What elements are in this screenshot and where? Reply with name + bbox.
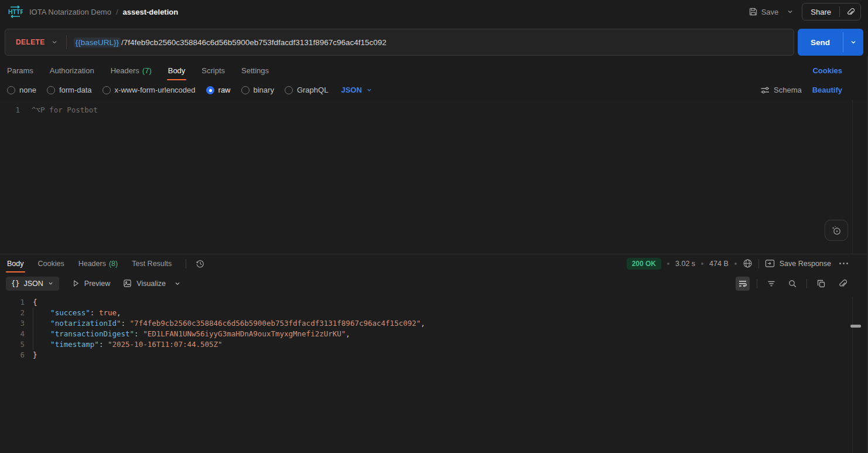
url-variable[interactable]: {{baseURL}} xyxy=(74,38,121,47)
response-format-selector[interactable]: {} JSON xyxy=(6,277,59,291)
header-actions: Save Share xyxy=(749,3,861,21)
postbot-icon xyxy=(831,224,842,236)
radio-graphql[interactable]: GraphQL xyxy=(285,86,328,94)
code-line: 4 "transactionDigest": "ED1LFAN1UNw56iyy… xyxy=(0,329,868,339)
tab-headers[interactable]: Headers (7) xyxy=(111,61,152,80)
response-meta: 200 OK 3.02 s 474 B Save Response xyxy=(627,254,850,273)
cookies-link[interactable]: Cookies xyxy=(812,61,842,80)
method-chevron-icon xyxy=(51,39,58,46)
postbot-button[interactable] xyxy=(825,220,848,241)
response-body-viewer[interactable]: 1{2 "success": true,3 "notarizationId": … xyxy=(0,294,868,453)
toolbar-divider xyxy=(757,279,757,288)
response-tab-cookies[interactable]: Cookies xyxy=(38,254,64,273)
code-line: 6} xyxy=(0,350,868,360)
radio-raw[interactable]: raw xyxy=(206,86,231,94)
format-chevron-icon xyxy=(47,280,54,287)
breadcrumb-request-name[interactable]: assest-deletion xyxy=(123,8,179,16)
request-tabs: Params Authorization Headers (7) Body Sc… xyxy=(0,61,868,80)
visualize-button[interactable]: Visualize xyxy=(123,279,166,288)
filter-icon[interactable] xyxy=(764,277,778,291)
beautify-button[interactable]: Beautify xyxy=(812,86,842,94)
radio-form-data-circle xyxy=(47,86,55,94)
play-icon xyxy=(72,280,80,287)
radio-urlencoded-label: x-www-form-urlencoded xyxy=(115,86,196,94)
braces-icon: {} xyxy=(11,280,19,288)
response-scrollbar-track xyxy=(852,297,853,453)
breadcrumb-collection[interactable]: IOTA Notarization Demo xyxy=(29,8,111,16)
tab-scripts[interactable]: Scripts xyxy=(201,61,225,80)
tab-settings[interactable]: Settings xyxy=(241,61,269,80)
svg-text:HTTP: HTTP xyxy=(8,8,23,15)
save-options-chevron[interactable] xyxy=(784,6,796,18)
visualize-options-chevron[interactable] xyxy=(174,280,181,287)
response-tab-headers[interactable]: Headers (8) xyxy=(78,254,118,273)
network-globe-icon[interactable] xyxy=(743,258,753,268)
breadcrumb: IOTA Notarization Demo / assest-deletion xyxy=(29,8,178,16)
radio-raw-circle xyxy=(206,86,214,94)
tab-body-label: Body xyxy=(168,66,186,75)
response-tab-headers-label: Headers xyxy=(78,260,106,268)
response-scrollbar-handle[interactable] xyxy=(850,325,861,328)
response-header: Body Cookies Headers (8) Test Results 20… xyxy=(0,254,868,273)
radio-form-data[interactable]: form-data xyxy=(47,86,92,94)
url-input[interactable]: {{baseURL}} /7f4feb9cb2560c358846c6d56b5… xyxy=(67,38,394,47)
search-icon[interactable] xyxy=(785,277,799,291)
response-more-options-icon[interactable] xyxy=(837,263,850,264)
code-line: 3 "notarizationId": "7f4feb9cb2560c35884… xyxy=(0,318,868,329)
schema-button[interactable]: Schema xyxy=(760,86,802,95)
url-path: /7f4feb9cb2560c358846c6d56b5900eb753fdfa… xyxy=(121,38,387,47)
response-tab-test-results-label: Test Results xyxy=(132,260,172,268)
share-button[interactable]: Share xyxy=(802,4,839,20)
copy-icon[interactable] xyxy=(814,277,828,291)
save-label: Save xyxy=(761,8,779,16)
response-format-label: JSON xyxy=(23,280,43,288)
response-toolbar-actions xyxy=(736,277,849,291)
top-header: HTTP IOTA Notarization Demo / assest-del… xyxy=(0,0,868,23)
code-line: 5 "timestamp": "2025-10-16T11:07:44.505Z… xyxy=(0,339,868,350)
preview-button[interactable]: Preview xyxy=(72,280,110,288)
toolbar-divider xyxy=(807,279,807,288)
response-tab-body[interactable]: Body xyxy=(7,254,24,273)
response-tab-cookies-label: Cookies xyxy=(38,260,64,268)
tab-settings-label: Settings xyxy=(241,66,269,75)
schema-label: Schema xyxy=(774,86,802,94)
response-tab-test-results[interactable]: Test Results xyxy=(132,254,172,273)
radio-binary[interactable]: binary xyxy=(241,86,274,94)
radio-x-www-form-urlencoded[interactable]: x-www-form-urlencoded xyxy=(102,86,196,94)
meta-dot xyxy=(734,263,737,265)
editor-line: 1 ^⌥P for Postbot xyxy=(0,100,868,115)
share-button-group: Share xyxy=(802,3,861,21)
tab-authorization[interactable]: Authorization xyxy=(50,61,94,80)
save-button[interactable]: Save xyxy=(749,7,779,16)
radio-none-label: none xyxy=(19,86,36,94)
send-button-group: Send xyxy=(798,29,863,56)
code-line: 1{ xyxy=(0,297,868,308)
preview-label: Preview xyxy=(84,280,110,288)
request-body-editor[interactable]: 1 ^⌥P for Postbot xyxy=(0,100,868,254)
radio-none[interactable]: none xyxy=(7,86,36,94)
language-selector[interactable]: JSON xyxy=(341,86,372,94)
meta-divider xyxy=(758,259,759,268)
http-request-icon: HTTP xyxy=(7,5,23,19)
breadcrumb-separator: / xyxy=(116,8,118,16)
response-section: Body Cookies Headers (8) Test Results 20… xyxy=(0,254,868,453)
send-button[interactable]: Send xyxy=(798,29,843,56)
copy-link-button[interactable] xyxy=(840,4,860,20)
save-response-label: Save Response xyxy=(780,260,831,268)
editor-line-number: 1 xyxy=(0,105,20,115)
response-size: 474 B xyxy=(709,260,729,268)
editor-postbot-hint: ^⌥P for Postbot xyxy=(32,105,98,115)
link-icon[interactable] xyxy=(835,277,849,291)
response-code: 1{2 "success": true,3 "notarizationId": … xyxy=(0,297,868,360)
save-response-button[interactable]: Save Response xyxy=(765,259,831,268)
method-selector[interactable]: DELETE xyxy=(5,38,66,46)
tab-body[interactable]: Body xyxy=(168,61,186,80)
tab-params[interactable]: Params xyxy=(7,61,33,80)
language-label: JSON xyxy=(341,86,361,94)
tab-authorization-label: Authorization xyxy=(50,66,94,75)
meta-dot xyxy=(667,263,669,265)
wrap-lines-icon[interactable] xyxy=(736,277,750,291)
send-options-chevron[interactable] xyxy=(843,29,863,56)
tab-headers-count: (7) xyxy=(142,66,152,75)
response-history-icon[interactable] xyxy=(196,259,205,268)
